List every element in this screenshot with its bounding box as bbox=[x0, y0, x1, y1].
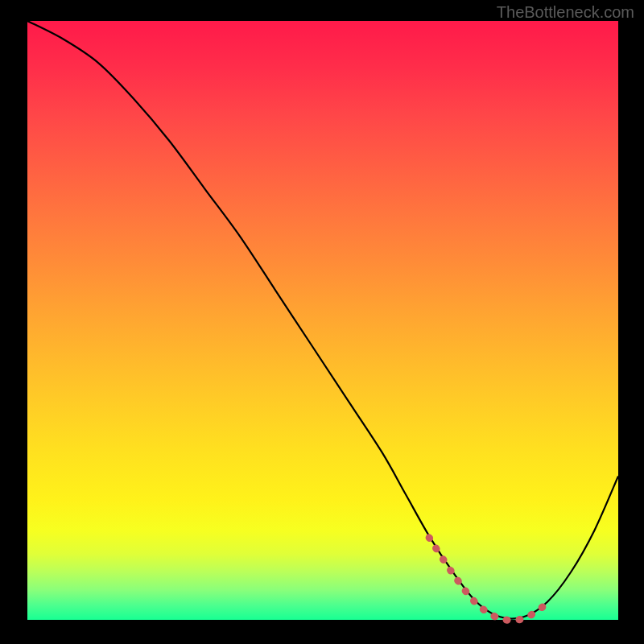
bottleneck-curve bbox=[27, 21, 618, 619]
chart-svg bbox=[27, 21, 618, 620]
chart-plot-area bbox=[27, 21, 618, 620]
optimal-range-highlight bbox=[429, 538, 547, 621]
attribution-text: TheBottleneck.com bbox=[497, 3, 634, 22]
